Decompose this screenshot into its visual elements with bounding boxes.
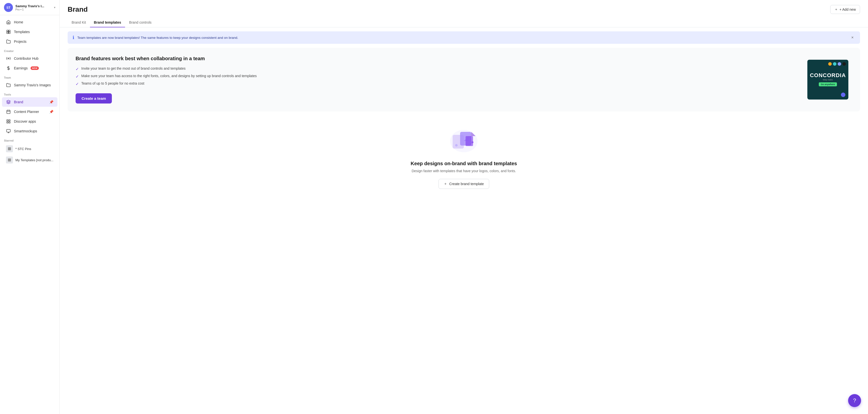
svg-point-25	[455, 144, 458, 147]
help-fab[interactable]: ?	[848, 394, 861, 407]
check-icon-3: ✓	[75, 82, 79, 86]
main-content: Brand ＋ + Add new Brand Kit Brand templa…	[60, 0, 868, 414]
svg-rect-14	[7, 129, 10, 132]
sidebar-item-content-planner-label: Content Planner	[14, 110, 39, 114]
empty-illustration	[448, 127, 480, 155]
svg-rect-13	[9, 122, 10, 123]
feature-list-item-3: ✓ Teams of up to 5 people for no extra c…	[75, 81, 799, 86]
sidebar-item-projects-label: Projects	[14, 39, 27, 43]
illustration-svg	[448, 127, 480, 155]
sidebar-item-templates-label: Templates	[14, 30, 30, 34]
add-new-button[interactable]: ＋ + Add new	[830, 5, 860, 14]
feature-card-title: Brand features work best when collaborat…	[75, 56, 799, 61]
design-preview: CONCORDIA Mary Sales Go anywhere	[807, 60, 848, 99]
svg-rect-1	[9, 30, 10, 32]
chevron-down-icon: ▾	[54, 6, 56, 9]
stc-pins-thumb	[6, 145, 13, 152]
svg-rect-18	[8, 158, 11, 161]
sidebar-item-templates[interactable]: Templates	[2, 27, 57, 36]
add-new-label: + Add new	[839, 7, 856, 11]
starred-item-my-templates[interactable]: My Templates [not produ...	[2, 154, 57, 166]
folder-team-icon	[6, 83, 11, 88]
calendar-icon	[6, 109, 11, 114]
tabs-bar: Brand Kit Brand templates Brand controls	[60, 18, 868, 27]
preview-avatar	[841, 93, 845, 97]
main-header: Brand ＋ + Add new	[60, 0, 868, 14]
sidebar-item-earnings-label: Earnings	[14, 66, 28, 70]
earnings-icon	[6, 66, 11, 71]
color-dots	[828, 62, 846, 66]
feature-list: ✓ Invite your team to get the most out o…	[75, 66, 799, 86]
sidebar-item-projects[interactable]: Projects	[2, 37, 57, 46]
sidebar-item-sammy-images-label: Sammy Travis's Images	[14, 83, 51, 87]
sidebar-item-smartmockups[interactable]: Smartmockups	[2, 126, 57, 136]
check-icon-1: ✓	[75, 67, 79, 71]
sidebar-item-home[interactable]: Home	[2, 18, 57, 27]
cta-text: Go anywhere	[819, 82, 837, 86]
close-icon[interactable]: ×	[850, 35, 855, 40]
color-dot-2	[833, 62, 836, 66]
empty-state: Keep designs on-brand with brand templat…	[60, 117, 868, 199]
svg-rect-3	[9, 32, 10, 34]
brand-name-text: CONCORDIA	[810, 72, 846, 79]
account-name: Sammy Travis's I...	[16, 4, 52, 8]
starred-section-label: Starred	[0, 136, 59, 143]
svg-rect-2	[7, 32, 8, 34]
sidebar-item-home-label: Home	[14, 20, 23, 24]
account-info: Sammy Travis's I... Pro • 1	[16, 4, 52, 11]
feature-card-content: Brand features work best when collaborat…	[75, 56, 799, 104]
pin-icon: 📌	[49, 100, 54, 104]
sidebar-item-discover-apps[interactable]: Discover apps	[2, 117, 57, 126]
new-badge: NEW	[31, 66, 39, 70]
my-templates-thumb	[6, 156, 13, 164]
svg-rect-6	[7, 110, 10, 114]
sidebar-item-content-planner[interactable]: Content Planner 📌	[2, 107, 57, 116]
starred-item-my-templates-label: My Templates [not produ...	[16, 158, 54, 162]
folder-icon	[6, 39, 11, 44]
check-icon-2: ✓	[75, 74, 79, 79]
svg-point-26	[471, 141, 473, 143]
sidebar-item-brand[interactable]: Brand 📌	[2, 97, 57, 107]
feature-list-item-3-text: Teams of up to 5 people for no extra cos…	[81, 81, 145, 85]
tab-brand-controls[interactable]: Brand controls	[125, 18, 155, 27]
question-mark-icon: ?	[853, 397, 856, 404]
sidebar-item-sammy-images[interactable]: Sammy Travis's Images	[2, 80, 57, 90]
create-brand-template-button[interactable]: ＋ Create brand template	[438, 179, 489, 189]
color-dot-3	[838, 62, 841, 66]
account-header[interactable]: ST Sammy Travis's I... Pro • 1 ▾	[0, 0, 59, 15]
svg-rect-12	[7, 122, 8, 123]
plus-icon: ＋	[834, 7, 838, 12]
svg-point-4	[8, 58, 9, 59]
sidebar-item-discover-apps-label: Discover apps	[14, 119, 36, 123]
svg-rect-11	[9, 120, 10, 121]
sidebar-item-smartmockups-label: Smartmockups	[14, 129, 37, 133]
feature-list-item-1-text: Invite your team to get the most out of …	[81, 66, 185, 70]
sidebar-item-earnings[interactable]: Earnings NEW	[2, 63, 57, 73]
info-banner-text: Team templates are now brand templates! …	[77, 36, 847, 39]
feature-list-item-1: ✓ Invite your team to get the most out o…	[75, 66, 799, 71]
home-icon	[6, 20, 11, 25]
creator-section-label: Creator	[0, 47, 59, 54]
grid-icon	[6, 119, 11, 124]
account-sub: Pro • 1	[16, 8, 52, 11]
sidebar-item-contributor-hub-label: Contributor Hub	[14, 57, 38, 60]
svg-rect-17	[8, 147, 11, 150]
feature-card: Brand features work best when collaborat…	[68, 48, 860, 112]
svg-rect-10	[7, 120, 8, 121]
empty-state-title: Keep designs on-brand with brand templat…	[411, 161, 517, 167]
create-brand-template-label: Create brand template	[449, 182, 484, 186]
brand-icon	[6, 99, 11, 105]
create-team-button[interactable]: Create a team	[75, 93, 112, 104]
info-icon: ℹ	[72, 35, 74, 40]
info-banner: ℹ Team templates are now brand templates…	[68, 31, 860, 44]
tools-section-label: Tools	[0, 90, 59, 97]
team-section-label: Team	[0, 73, 59, 80]
tab-brand-templates[interactable]: Brand templates	[90, 18, 125, 27]
tab-brand-kit[interactable]: Brand Kit	[68, 18, 90, 27]
pin-icon-2: 📌	[49, 110, 54, 114]
sidebar-item-contributor-hub[interactable]: Contributor Hub	[2, 54, 57, 63]
starred-item-stc-pins[interactable]: * STC Pins	[2, 143, 57, 154]
page-title: Brand	[68, 5, 88, 13]
sidebar-item-brand-label: Brand	[14, 100, 23, 104]
feature-card-visual: CONCORDIA Mary Sales Go anywhere	[807, 60, 852, 99]
